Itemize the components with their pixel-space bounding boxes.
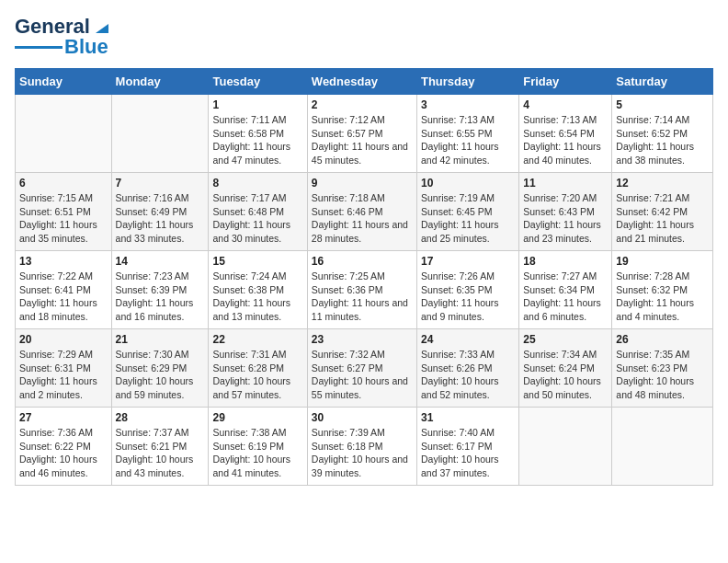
calendar-cell: 3Sunrise: 7:13 AMSunset: 6:55 PMDaylight… bbox=[416, 95, 518, 173]
page-header: General Blue bbox=[15, 15, 713, 59]
day-number: 4 bbox=[523, 98, 608, 111]
calendar-cell: 9Sunrise: 7:18 AMSunset: 6:46 PMDaylight… bbox=[307, 173, 416, 251]
day-number: 1 bbox=[212, 98, 302, 111]
day-info: Sunrise: 7:24 AMSunset: 6:38 PMDaylight:… bbox=[212, 270, 302, 324]
day-number: 16 bbox=[312, 255, 413, 268]
logo-icon bbox=[92, 17, 112, 37]
day-number: 28 bbox=[116, 411, 205, 424]
logo: General Blue bbox=[15, 15, 112, 59]
col-header-tuesday: Tuesday bbox=[209, 69, 307, 95]
day-info: Sunrise: 7:16 AMSunset: 6:49 PMDaylight:… bbox=[116, 191, 205, 246]
calendar-cell: 11Sunrise: 7:20 AMSunset: 6:43 PMDayligh… bbox=[519, 173, 612, 251]
day-number: 23 bbox=[312, 333, 413, 346]
day-info: Sunrise: 7:17 AMSunset: 6:48 PMDaylight:… bbox=[212, 191, 302, 246]
day-number: 19 bbox=[616, 255, 709, 268]
logo-blue: Blue bbox=[64, 35, 108, 59]
day-number: 7 bbox=[116, 177, 205, 190]
calendar-cell: 30Sunrise: 7:39 AMSunset: 6:18 PMDayligh… bbox=[307, 408, 416, 486]
day-number: 22 bbox=[212, 333, 302, 346]
day-info: Sunrise: 7:36 AMSunset: 6:22 PMDaylight:… bbox=[19, 426, 108, 480]
calendar-cell: 4Sunrise: 7:13 AMSunset: 6:54 PMDaylight… bbox=[519, 95, 612, 173]
day-number: 2 bbox=[312, 98, 413, 111]
day-info: Sunrise: 7:11 AMSunset: 6:58 PMDaylight:… bbox=[212, 113, 302, 167]
day-number: 10 bbox=[421, 177, 515, 190]
calendar-cell bbox=[519, 408, 612, 486]
calendar-cell: 24Sunrise: 7:33 AMSunset: 6:26 PMDayligh… bbox=[416, 329, 518, 408]
day-info: Sunrise: 7:13 AMSunset: 6:55 PMDaylight:… bbox=[421, 113, 515, 167]
calendar-body: 1Sunrise: 7:11 AMSunset: 6:58 PMDaylight… bbox=[16, 95, 713, 486]
calendar-cell: 20Sunrise: 7:29 AMSunset: 6:31 PMDayligh… bbox=[16, 329, 112, 408]
calendar-cell: 21Sunrise: 7:30 AMSunset: 6:29 PMDayligh… bbox=[111, 329, 209, 408]
calendar-cell: 23Sunrise: 7:32 AMSunset: 6:27 PMDayligh… bbox=[307, 329, 416, 408]
day-info: Sunrise: 7:13 AMSunset: 6:54 PMDaylight:… bbox=[523, 113, 608, 167]
calendar-cell: 16Sunrise: 7:25 AMSunset: 6:36 PMDayligh… bbox=[307, 251, 416, 329]
calendar-cell: 28Sunrise: 7:37 AMSunset: 6:21 PMDayligh… bbox=[111, 408, 209, 486]
day-number: 21 bbox=[116, 333, 205, 346]
day-number: 25 bbox=[523, 333, 608, 346]
calendar-cell: 22Sunrise: 7:31 AMSunset: 6:28 PMDayligh… bbox=[209, 329, 307, 408]
day-info: Sunrise: 7:26 AMSunset: 6:35 PMDaylight:… bbox=[421, 270, 515, 324]
calendar-week-4: 20Sunrise: 7:29 AMSunset: 6:31 PMDayligh… bbox=[16, 329, 713, 408]
day-info: Sunrise: 7:20 AMSunset: 6:43 PMDaylight:… bbox=[523, 191, 608, 246]
day-info: Sunrise: 7:21 AMSunset: 6:42 PMDaylight:… bbox=[616, 191, 709, 246]
day-number: 8 bbox=[212, 177, 302, 190]
day-number: 13 bbox=[19, 255, 108, 268]
day-number: 26 bbox=[616, 333, 709, 346]
calendar-cell bbox=[111, 95, 209, 173]
col-header-wednesday: Wednesday bbox=[307, 69, 416, 95]
calendar-cell: 8Sunrise: 7:17 AMSunset: 6:48 PMDaylight… bbox=[209, 173, 307, 251]
day-info: Sunrise: 7:27 AMSunset: 6:34 PMDaylight:… bbox=[523, 270, 608, 324]
calendar-cell: 6Sunrise: 7:15 AMSunset: 6:51 PMDaylight… bbox=[16, 173, 112, 251]
day-info: Sunrise: 7:19 AMSunset: 6:45 PMDaylight:… bbox=[421, 191, 515, 246]
col-header-thursday: Thursday bbox=[416, 69, 518, 95]
calendar-cell: 25Sunrise: 7:34 AMSunset: 6:24 PMDayligh… bbox=[519, 329, 612, 408]
calendar-cell: 17Sunrise: 7:26 AMSunset: 6:35 PMDayligh… bbox=[416, 251, 518, 329]
day-info: Sunrise: 7:38 AMSunset: 6:19 PMDaylight:… bbox=[212, 426, 302, 480]
day-number: 11 bbox=[523, 177, 608, 190]
calendar-cell: 13Sunrise: 7:22 AMSunset: 6:41 PMDayligh… bbox=[16, 251, 112, 329]
calendar-week-2: 6Sunrise: 7:15 AMSunset: 6:51 PMDaylight… bbox=[16, 173, 713, 251]
calendar-week-3: 13Sunrise: 7:22 AMSunset: 6:41 PMDayligh… bbox=[16, 251, 713, 329]
day-info: Sunrise: 7:39 AMSunset: 6:18 PMDaylight:… bbox=[312, 426, 413, 480]
day-info: Sunrise: 7:28 AMSunset: 6:32 PMDaylight:… bbox=[616, 270, 709, 324]
day-number: 18 bbox=[523, 255, 608, 268]
day-info: Sunrise: 7:32 AMSunset: 6:27 PMDaylight:… bbox=[312, 348, 413, 402]
day-number: 3 bbox=[421, 98, 515, 111]
calendar-cell: 7Sunrise: 7:16 AMSunset: 6:49 PMDaylight… bbox=[111, 173, 209, 251]
day-info: Sunrise: 7:25 AMSunset: 6:36 PMDaylight:… bbox=[312, 270, 413, 324]
day-number: 27 bbox=[19, 411, 108, 424]
day-number: 20 bbox=[19, 333, 108, 346]
calendar-cell: 10Sunrise: 7:19 AMSunset: 6:45 PMDayligh… bbox=[416, 173, 518, 251]
calendar-cell: 31Sunrise: 7:40 AMSunset: 6:17 PMDayligh… bbox=[416, 408, 518, 486]
calendar-cell: 1Sunrise: 7:11 AMSunset: 6:58 PMDaylight… bbox=[209, 95, 307, 173]
day-info: Sunrise: 7:23 AMSunset: 6:39 PMDaylight:… bbox=[116, 270, 205, 324]
calendar-cell: 18Sunrise: 7:27 AMSunset: 6:34 PMDayligh… bbox=[519, 251, 612, 329]
day-number: 31 bbox=[421, 411, 515, 424]
calendar-cell bbox=[16, 95, 112, 173]
day-number: 6 bbox=[19, 177, 108, 190]
day-number: 12 bbox=[616, 177, 709, 190]
svg-marker-0 bbox=[96, 24, 108, 33]
col-header-monday: Monday bbox=[111, 69, 209, 95]
col-header-friday: Friday bbox=[519, 69, 612, 95]
calendar-table: SundayMondayTuesdayWednesdayThursdayFrid… bbox=[15, 68, 713, 486]
calendar-cell: 15Sunrise: 7:24 AMSunset: 6:38 PMDayligh… bbox=[209, 251, 307, 329]
day-number: 15 bbox=[212, 255, 302, 268]
day-info: Sunrise: 7:22 AMSunset: 6:41 PMDaylight:… bbox=[19, 270, 108, 324]
day-info: Sunrise: 7:30 AMSunset: 6:29 PMDaylight:… bbox=[116, 348, 205, 402]
day-number: 14 bbox=[116, 255, 205, 268]
day-info: Sunrise: 7:34 AMSunset: 6:24 PMDaylight:… bbox=[523, 348, 608, 402]
day-info: Sunrise: 7:35 AMSunset: 6:23 PMDaylight:… bbox=[616, 348, 709, 402]
calendar-header-row: SundayMondayTuesdayWednesdayThursdayFrid… bbox=[16, 69, 713, 95]
calendar-cell: 14Sunrise: 7:23 AMSunset: 6:39 PMDayligh… bbox=[111, 251, 209, 329]
calendar-cell: 5Sunrise: 7:14 AMSunset: 6:52 PMDaylight… bbox=[612, 95, 713, 173]
calendar-cell: 27Sunrise: 7:36 AMSunset: 6:22 PMDayligh… bbox=[16, 408, 112, 486]
calendar-cell: 2Sunrise: 7:12 AMSunset: 6:57 PMDaylight… bbox=[307, 95, 416, 173]
calendar-cell bbox=[612, 408, 713, 486]
day-number: 5 bbox=[616, 98, 709, 111]
col-header-saturday: Saturday bbox=[612, 69, 713, 95]
calendar-cell: 29Sunrise: 7:38 AMSunset: 6:19 PMDayligh… bbox=[209, 408, 307, 486]
day-info: Sunrise: 7:14 AMSunset: 6:52 PMDaylight:… bbox=[616, 113, 709, 167]
day-number: 30 bbox=[312, 411, 413, 424]
day-number: 9 bbox=[312, 177, 413, 190]
